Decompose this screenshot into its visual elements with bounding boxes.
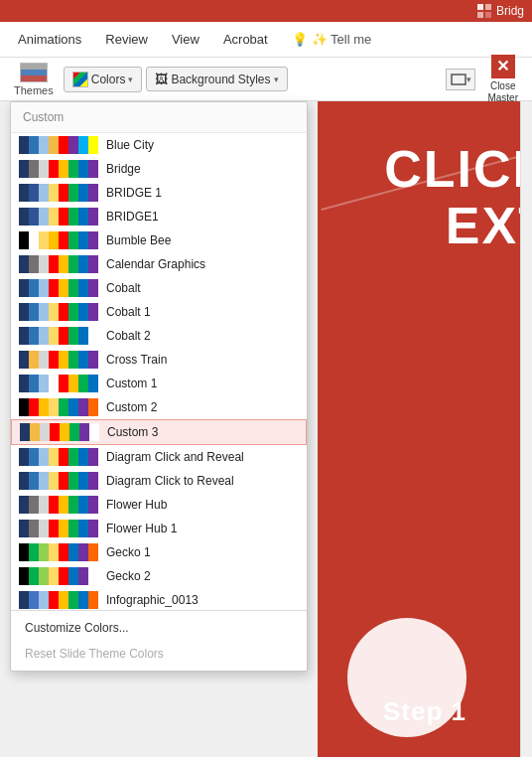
color-item[interactable]: Cross Train: [11, 348, 307, 372]
menu-view[interactable]: View: [162, 28, 209, 51]
color-item[interactable]: Diagram Click to Reveal: [11, 469, 307, 493]
color-swatch: [19, 351, 98, 369]
svg-rect-1: [485, 4, 491, 10]
color-item[interactable]: Cobalt 1: [11, 300, 307, 324]
colors-icon: [72, 72, 88, 87]
app-logo: Bridg: [476, 3, 524, 19]
dropdown-header: Custom: [11, 102, 307, 133]
themes-icon: [20, 63, 48, 82]
color-item-label: Calendar Graphics: [106, 257, 205, 271]
color-item[interactable]: Bridge: [11, 157, 307, 181]
bg-styles-chevron-icon: ▾: [274, 75, 279, 84]
color-item[interactable]: Calendar Graphics: [11, 252, 307, 276]
color-item-label: Diagram Click to Reveal: [106, 474, 234, 488]
close-master-icon: ✕: [491, 55, 515, 78]
background-styles-button[interactable]: 🖼 Background Styles ▾: [146, 67, 287, 91]
color-item[interactable]: Gecko 1: [11, 540, 307, 564]
color-item[interactable]: Flower Hub: [11, 493, 307, 517]
main-area: Custom Blue CityBridgeBRIDGE 1BRIDGE1Bum…: [0, 101, 532, 757]
color-swatch: [19, 567, 98, 585]
colors-label: Colors: [91, 73, 126, 86]
menu-review[interactable]: Review: [95, 28, 158, 51]
color-swatch: [19, 520, 98, 537]
bg-styles-label: Background Styles: [171, 73, 270, 86]
color-swatch: [19, 160, 98, 178]
svg-rect-3: [485, 12, 491, 18]
svg-rect-0: [477, 4, 483, 10]
color-swatch: [19, 591, 98, 609]
color-swatch: [19, 303, 98, 321]
color-swatch: [20, 423, 99, 441]
close-master-button[interactable]: ✕ CloseMaster: [481, 53, 524, 106]
lightbulb-icon: 💡: [292, 32, 308, 47]
ribbon-toolbar: Themes Colors ▾ 🖼 Background Styles ▾ ▾ …: [0, 58, 532, 101]
color-item-label: Flower Hub 1: [106, 522, 177, 535]
app-name: Bridg: [496, 4, 524, 18]
svg-rect-4: [452, 75, 466, 84]
color-item-label: Infographic_0013: [106, 593, 199, 607]
color-item-label: Cobalt 2: [106, 329, 151, 343]
color-item-label: Cross Train: [106, 353, 167, 367]
color-swatch: [19, 375, 98, 392]
menu-animations[interactable]: Animations: [8, 28, 91, 51]
color-swatch: [19, 208, 98, 226]
color-swatch: [19, 398, 98, 416]
slide-ruler: [520, 101, 532, 757]
slide-preview: CLICK EXT Step 1: [318, 101, 532, 757]
top-bar: Bridg: [0, 0, 532, 22]
color-item-label: Custom 1: [106, 377, 157, 390]
customize-colors-item[interactable]: Customize Colors...: [11, 615, 307, 641]
bridge-logo-icon: [476, 3, 492, 19]
color-swatch: [19, 231, 98, 249]
themes-label: Themes: [14, 84, 54, 96]
color-item[interactable]: Blue City: [11, 133, 307, 157]
slide-size-chevron-icon: ▾: [466, 75, 471, 84]
color-swatch: [19, 472, 98, 490]
color-swatch: [19, 543, 98, 561]
color-item[interactable]: Infographic_0013: [11, 588, 307, 610]
reset-colors-item: Reset Slide Theme Colors: [11, 641, 307, 667]
color-item-label: Custom 2: [106, 400, 157, 414]
toolbar-right: ▾ ✕ CloseMaster: [446, 53, 524, 106]
close-master-label: CloseMaster: [487, 80, 518, 104]
color-swatch: [19, 184, 98, 202]
themes-button[interactable]: Themes: [8, 61, 60, 98]
color-item-label: Cobalt 1: [106, 305, 151, 319]
color-item[interactable]: BRIDGE1: [11, 205, 307, 228]
color-item[interactable]: BRIDGE 1: [11, 181, 307, 205]
color-item-label: BRIDGE 1: [106, 186, 162, 200]
color-item-label: Flower Hub: [106, 498, 167, 512]
tell-me-box[interactable]: 💡 ✨ Tell me: [282, 28, 382, 51]
color-item-label: Gecko 1: [106, 545, 151, 559]
slide-step-label: Step 1: [383, 696, 466, 727]
bg-styles-icon: 🖼: [155, 72, 168, 86]
svg-rect-2: [477, 12, 483, 18]
color-item[interactable]: Gecko 2: [11, 564, 307, 588]
color-item[interactable]: Bumble Bee: [11, 228, 307, 252]
color-item[interactable]: Custom 3: [11, 419, 307, 445]
color-item-label: Bumble Bee: [106, 233, 171, 247]
color-swatch: [19, 327, 98, 345]
color-swatch: [19, 136, 98, 154]
menu-acrobat[interactable]: Acrobat: [213, 28, 278, 51]
dropdown-list: Blue CityBridgeBRIDGE 1BRIDGE1Bumble Bee…: [11, 133, 307, 610]
slide-size-icon: [451, 74, 466, 85]
color-item-label: Cobalt: [106, 281, 141, 295]
color-item-label: Diagram Click and Reveal: [106, 450, 244, 464]
color-item[interactable]: Diagram Click and Reveal: [11, 445, 307, 469]
color-item[interactable]: Custom 2: [11, 395, 307, 419]
color-item-label: Blue City: [106, 138, 154, 152]
colors-chevron-icon: ▾: [128, 75, 133, 84]
colors-dropdown: Custom Blue CityBridgeBRIDGE 1BRIDGE1Bum…: [10, 101, 308, 672]
color-item[interactable]: Flower Hub 1: [11, 517, 307, 540]
color-swatch: [19, 279, 98, 297]
colors-button[interactable]: Colors ▾: [64, 67, 143, 92]
color-swatch: [19, 448, 98, 466]
slide-size-button[interactable]: ▾: [446, 69, 475, 90]
color-item[interactable]: Custom 1: [11, 372, 307, 395]
dropdown-footer: Customize Colors... Reset Slide Theme Co…: [11, 610, 307, 671]
color-item[interactable]: Cobalt 2: [11, 324, 307, 348]
color-item-label: Bridge: [106, 162, 141, 176]
color-item[interactable]: Cobalt: [11, 276, 307, 300]
color-item-label: BRIDGE1: [106, 210, 159, 224]
